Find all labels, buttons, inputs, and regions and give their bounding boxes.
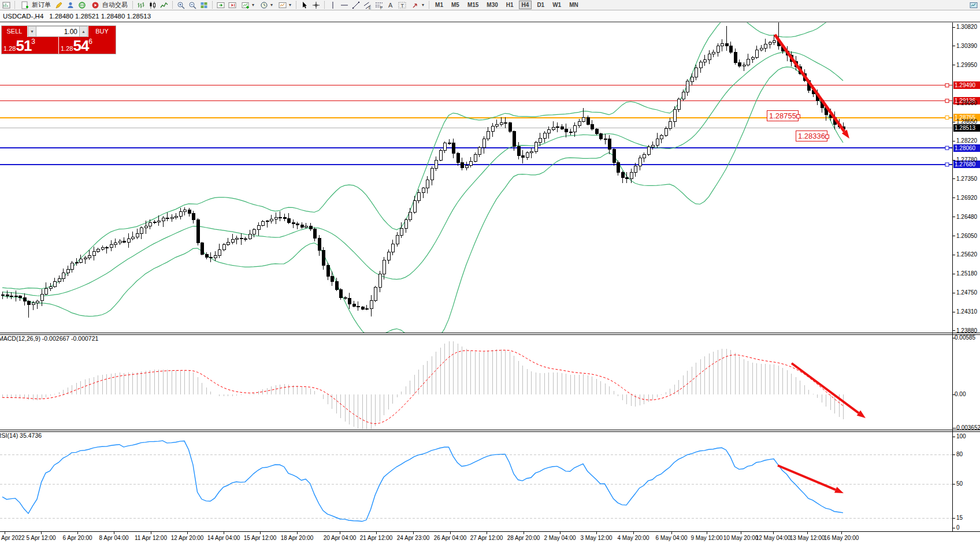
candle-body (370, 301, 373, 309)
candle-body (474, 154, 477, 161)
candle-body (118, 241, 121, 243)
candle-body (673, 109, 676, 121)
candle-body (747, 59, 749, 65)
candle-body (122, 241, 125, 243)
candle-body (36, 301, 39, 303)
candle-body (521, 156, 524, 158)
candle-body (235, 239, 238, 240)
candle-body (175, 216, 177, 218)
candle-body (326, 266, 329, 277)
candle-body (309, 226, 312, 229)
candle-body (105, 248, 108, 248)
macd-down-arrow[interactable] (792, 363, 859, 413)
candle-body (478, 147, 481, 154)
level-line-handle[interactable] (945, 99, 949, 103)
buy-price-display[interactable]: 1.28 54 6 (59, 37, 116, 54)
candle-body (257, 225, 260, 229)
candle-body (578, 122, 581, 126)
level-line-handle[interactable] (945, 116, 949, 120)
chart-canvas (0, 0, 980, 544)
candle-body (591, 125, 593, 129)
candle-body (708, 54, 711, 59)
level-line-handle[interactable] (945, 146, 949, 150)
candle-body (738, 63, 741, 66)
buy-price-main: 1.28 (61, 44, 73, 53)
candle-body (352, 304, 355, 306)
sell-price-point: 3 (31, 38, 35, 46)
candle-body (283, 217, 286, 218)
candle-body (604, 139, 607, 140)
rsi-layer (0, 441, 952, 521)
volume-input[interactable] (36, 26, 79, 37)
candle-body (248, 234, 251, 239)
candle-body (357, 307, 359, 307)
candle-body (729, 46, 732, 52)
candle-body (153, 222, 156, 223)
candle-body (331, 276, 333, 282)
candle-body (170, 218, 173, 219)
candle-body (717, 46, 719, 53)
candle-body (721, 44, 723, 46)
candle-body (318, 239, 321, 251)
candle-body (539, 139, 541, 143)
sell-button[interactable]: SELL (2, 26, 28, 37)
candle-body (643, 154, 645, 158)
candle-body (114, 243, 117, 245)
candle-body (443, 143, 446, 150)
candle-body (500, 123, 503, 124)
candle-body (660, 136, 663, 139)
candle-body (300, 225, 303, 228)
candle-body (335, 282, 338, 290)
candle-body (682, 92, 685, 99)
candle-body (599, 133, 602, 139)
rsi-down-arrow[interactable] (778, 465, 836, 490)
volume-increase-button[interactable]: ▲ (79, 26, 88, 37)
buy-button[interactable]: BUY (88, 26, 116, 37)
bollinger-middle-band (2, 52, 843, 296)
candle-body (40, 294, 43, 301)
level-line-handle[interactable] (945, 163, 949, 166)
candle-body (348, 298, 351, 304)
volume-decrease-button[interactable]: ▼ (28, 26, 36, 37)
candle-body (491, 126, 494, 132)
candle-body (287, 218, 290, 222)
candle-body (534, 142, 537, 151)
candle-body (760, 48, 763, 50)
candle-body (378, 274, 381, 288)
candle-body (656, 139, 659, 145)
candle-body (14, 296, 17, 296)
candle-body (751, 57, 754, 59)
candle-body (495, 124, 498, 126)
candle-body (426, 180, 429, 188)
candle-body (712, 52, 715, 54)
candle-body (647, 147, 650, 154)
sell-price-display[interactable]: 1.28 51 3 (2, 37, 58, 54)
candle-body (691, 77, 693, 81)
candle-body (665, 128, 667, 135)
candle-body (296, 223, 299, 225)
candle-body (58, 278, 61, 281)
candle-body (32, 303, 35, 304)
candle-body (677, 99, 680, 110)
candle-body (630, 173, 633, 179)
level-line-handle[interactable] (945, 84, 949, 87)
candle-body (253, 230, 255, 234)
candle-body (469, 162, 472, 166)
candle-body (274, 217, 277, 219)
candle-body (110, 245, 113, 248)
candle-body (136, 233, 139, 237)
candle-body (773, 40, 775, 42)
candle-body (560, 126, 563, 129)
candle-body (573, 125, 576, 132)
candle-body (231, 240, 234, 243)
candle-body (482, 139, 485, 147)
objects-layer (775, 35, 949, 493)
candle-body (53, 281, 56, 286)
candle-body (422, 188, 425, 192)
candle-body (313, 229, 316, 239)
candle-body (391, 244, 394, 252)
candle-body (214, 255, 217, 258)
candle-body (526, 153, 529, 158)
candle-body (769, 42, 771, 44)
candle-body (430, 168, 433, 180)
